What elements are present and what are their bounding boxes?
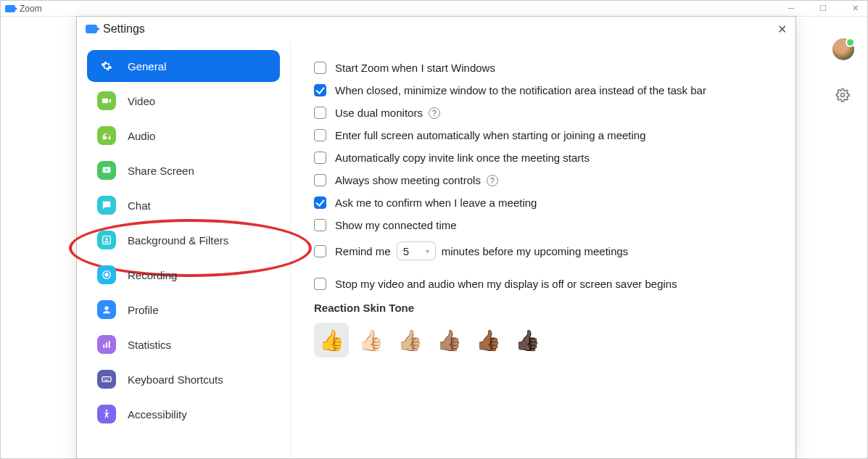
settings-title: Settings — [103, 22, 145, 36]
profile-icon — [97, 300, 116, 319]
gear-icon — [97, 57, 116, 75]
skin-tone-option[interactable]: 👍🏽 — [431, 323, 466, 357]
sidebar-item-background-filters[interactable]: Background & Filters — [87, 224, 280, 256]
svg-rect-11 — [102, 377, 111, 382]
sidebar-item-accessibility[interactable]: Accessibility — [87, 398, 280, 430]
keyboard-icon — [97, 370, 116, 389]
stats-icon — [97, 335, 116, 354]
svg-point-16 — [106, 410, 108, 412]
option-label: Use dual monitors — [335, 107, 423, 119]
remind-prefix: Remind me — [335, 245, 391, 257]
svg-point-12 — [104, 379, 104, 379]
svg-point-4 — [105, 238, 107, 240]
chat-icon — [97, 196, 116, 215]
sidebar-item-label: Recording — [128, 269, 177, 281]
settings-gear-icon[interactable] — [835, 88, 850, 105]
app-window: Zoom ─ ☐ ✕ Settings ✕ GeneralVideoAudioS… — [0, 0, 868, 459]
chevron-down-icon: ▾ — [426, 247, 429, 255]
sidebar-item-label: Profile — [128, 304, 159, 316]
help-icon[interactable]: ? — [487, 175, 498, 186]
option-row: Start Zoom when I start Windows — [314, 62, 772, 74]
option-row: Use dual monitors? — [314, 107, 772, 119]
skin-tone-option[interactable]: 👍🏾 — [471, 323, 505, 357]
sidebar-item-label: Statistics — [128, 339, 171, 351]
option-label: Enter full screen automatically when sta… — [335, 129, 646, 141]
skin-tone-option[interactable]: 👍🏿 — [510, 323, 545, 357]
sidebar-item-label: Accessibility — [128, 408, 187, 421]
svg-rect-15 — [104, 380, 108, 381]
sidebar-item-statistics[interactable]: Statistics — [87, 328, 280, 360]
share-icon — [97, 161, 116, 180]
sidebar-item-profile[interactable]: Profile — [87, 294, 280, 326]
sidebar-item-label: Audio — [128, 130, 155, 142]
settings-window: Settings ✕ GeneralVideoAudioShare Screen… — [76, 16, 796, 459]
option-checkbox[interactable] — [314, 129, 326, 141]
option-label: Always show meeting controls — [335, 174, 481, 186]
remind-suffix: minutes before my upcoming meetings — [442, 245, 629, 257]
zoom-logo-icon — [86, 25, 97, 33]
sidebar-item-share-screen[interactable]: Share Screen — [87, 154, 280, 186]
remind-checkbox[interactable] — [314, 245, 326, 257]
sidebar-item-label: Background & Filters — [128, 234, 228, 247]
option-checkbox[interactable] — [314, 84, 326, 96]
option-row: Automatically copy invite link once the … — [314, 152, 772, 164]
reaction-skin-heading: Reaction Skin Tone — [314, 302, 772, 314]
record-icon — [97, 265, 116, 284]
sidebar-item-label: Video — [128, 95, 155, 107]
skin-tone-selector: 👍👍🏻👍🏼👍🏽👍🏾👍🏿 — [314, 323, 772, 357]
option-checkbox[interactable] — [314, 197, 326, 209]
settings-sidebar: GeneralVideoAudioShare ScreenChatBackgro… — [77, 41, 291, 458]
option-checkbox[interactable] — [314, 107, 326, 119]
option-label: When closed, minimize window to the noti… — [335, 84, 706, 96]
sidebar-item-label: Chat — [128, 199, 151, 212]
sidebar-item-label: Share Screen — [128, 165, 194, 177]
settings-close-button[interactable]: ✕ — [777, 22, 787, 36]
app-titlebar: Zoom — [1, 1, 867, 17]
option-remind: Remind me 5 ▾ minutes before my upcoming… — [314, 241, 772, 260]
remind-minutes-dropdown[interactable]: 5 ▾ — [397, 241, 436, 260]
sidebar-item-audio[interactable]: Audio — [87, 120, 280, 152]
svg-rect-1 — [102, 99, 108, 104]
option-label: Start Zoom when I start Windows — [335, 62, 495, 74]
skin-tone-option[interactable]: 👍 — [314, 323, 349, 357]
sidebar-item-keyboard-shortcuts[interactable]: Keyboard Shortcuts — [87, 363, 280, 395]
option-checkbox[interactable] — [314, 174, 326, 186]
sidebar-item-label: General — [128, 60, 166, 73]
settings-content: Start Zoom when I start WindowsWhen clos… — [291, 41, 795, 458]
svg-point-0 — [841, 94, 845, 97]
option-row: Always show meeting controls? — [314, 174, 772, 186]
svg-rect-8 — [103, 344, 104, 348]
option-label: Automatically copy invite link once the … — [335, 152, 590, 164]
video-icon — [97, 91, 116, 110]
zoom-logo-icon — [5, 5, 15, 12]
option-row: Show my connected time — [314, 219, 772, 231]
access-icon — [97, 405, 116, 423]
sidebar-item-recording[interactable]: Recording — [87, 259, 280, 291]
svg-rect-10 — [109, 341, 110, 347]
svg-point-7 — [104, 306, 108, 310]
user-avatar[interactable] — [832, 38, 854, 60]
option-row: Enter full screen automatically when sta… — [314, 129, 772, 141]
close-button[interactable]: ✕ — [848, 4, 861, 13]
help-icon[interactable]: ? — [429, 107, 440, 119]
option-checkbox[interactable] — [314, 62, 326, 74]
minimize-button[interactable]: ─ — [785, 4, 798, 13]
skin-tone-option[interactable]: 👍🏻 — [353, 323, 388, 357]
option-label: Show my connected time — [335, 219, 457, 231]
settings-titlebar: Settings ✕ — [77, 17, 795, 41]
stop-video-label: Stop my video and audio when my display … — [335, 278, 677, 290]
option-checkbox[interactable] — [314, 152, 326, 164]
sidebar-item-general[interactable]: General — [87, 50, 280, 82]
option-label: Ask me to confirm when I leave a meeting — [335, 197, 537, 209]
sidebar-item-video[interactable]: Video — [87, 85, 280, 117]
audio-icon — [97, 126, 116, 145]
sidebar-item-chat[interactable]: Chat — [87, 189, 280, 221]
sidebar-item-label: Keyboard Shortcuts — [128, 373, 223, 386]
window-controls: ─ ☐ ✕ — [785, 4, 861, 13]
skin-tone-option[interactable]: 👍🏼 — [392, 323, 427, 357]
maximize-button[interactable]: ☐ — [817, 4, 830, 13]
svg-point-13 — [106, 379, 107, 379]
app-title: Zoom — [20, 4, 42, 14]
option-checkbox[interactable] — [314, 219, 326, 231]
stop-video-checkbox[interactable] — [314, 278, 326, 290]
